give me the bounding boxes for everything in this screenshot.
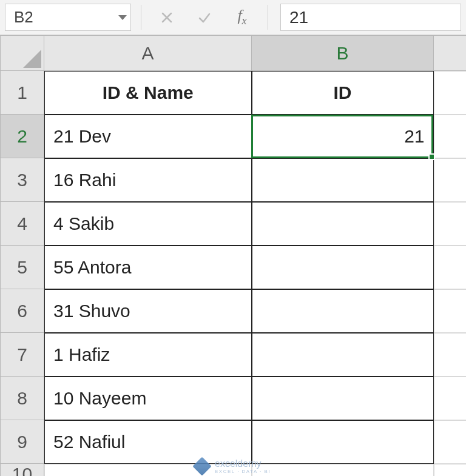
cell-a5[interactable]: 55 Antora [44, 246, 252, 289]
cell-b4[interactable] [252, 202, 434, 246]
cell-a5-value: 55 Antora [44, 246, 252, 289]
row-header-4[interactable]: 4 [1, 202, 44, 246]
dropdown-icon[interactable] [118, 15, 127, 20]
row-header-9[interactable]: 9 [1, 420, 44, 464]
cell-b8-value [252, 377, 434, 420]
cell-a9[interactable]: 52 Nafiul [44, 420, 252, 464]
check-icon [197, 10, 212, 25]
cell-c9[interactable] [434, 420, 467, 464]
cell-a2-value: 21 Dev [44, 115, 252, 158]
cell-a7[interactable]: 1 Hafiz [44, 333, 252, 377]
row-header-3[interactable]: 3 [1, 158, 44, 202]
cell-a4[interactable]: 4 Sakib [44, 202, 252, 246]
cell-a8[interactable]: 10 Nayeem [44, 377, 252, 420]
formula-bar: B2 fx 21 [0, 0, 466, 35]
column-header-b[interactable]: B [252, 36, 434, 71]
cell-a9-value: 52 Nafiul [44, 420, 252, 464]
cell-c6[interactable] [434, 289, 467, 333]
cell-b9-value [252, 420, 434, 464]
cell-c4[interactable] [434, 202, 467, 246]
row-header-5[interactable]: 5 [1, 246, 44, 289]
cancel-button[interactable] [151, 4, 183, 31]
cell-c1[interactable] [434, 71, 467, 115]
cell-c5[interactable] [434, 246, 467, 289]
cell-b6-value [252, 289, 434, 333]
cell-b6[interactable] [252, 289, 434, 333]
row-header-10[interactable]: 10 [1, 464, 44, 477]
name-box-value: B2 [14, 8, 33, 27]
row-header-6[interactable]: 6 [1, 289, 44, 333]
cell-b1[interactable]: ID [252, 71, 434, 115]
triangle-icon [23, 50, 41, 68]
enter-button[interactable] [189, 4, 220, 31]
cell-a6[interactable]: 31 Shuvo [44, 289, 252, 333]
cell-b4-value [252, 202, 434, 246]
cell-c8[interactable] [434, 377, 467, 420]
column-header-c[interactable] [434, 36, 467, 71]
cell-b9[interactable] [252, 420, 434, 464]
select-all-corner[interactable] [1, 36, 44, 71]
cell-a1-value: ID & Name [44, 71, 252, 115]
cell-c10[interactable] [434, 464, 467, 477]
cell-a8-value: 10 Nayeem [44, 377, 252, 420]
row-header-2[interactable]: 2 [1, 115, 44, 158]
cell-c2[interactable] [434, 115, 467, 158]
cell-b10[interactable] [252, 464, 434, 477]
cell-a4-value: 4 Sakib [44, 202, 252, 246]
cell-a6-value: 31 Shuvo [44, 289, 252, 333]
cell-b3[interactable] [252, 158, 434, 202]
divider [268, 5, 268, 30]
name-box[interactable]: B2 [5, 4, 131, 31]
cell-b1-value: ID [252, 71, 434, 115]
cell-b5[interactable] [252, 246, 434, 289]
row-header-1[interactable]: 1 [1, 71, 44, 115]
row-header-8[interactable]: 8 [1, 377, 44, 420]
cell-b2[interactable]: 21 [252, 115, 434, 158]
cell-a3[interactable]: 16 Rahi [44, 158, 252, 202]
grid[interactable]: A B 1 ID & Name ID 2 21 Dev 21 3 16 Rahi… [0, 35, 466, 476]
cell-b3-value [252, 158, 434, 202]
cell-a1[interactable]: ID & Name [44, 71, 252, 115]
insert-function-button[interactable]: fx [226, 4, 258, 31]
cell-a7-value: 1 Hafiz [44, 333, 252, 377]
cell-b2-value: 21 [252, 115, 434, 158]
cell-c3[interactable] [434, 158, 467, 202]
cell-a10[interactable] [44, 464, 252, 477]
cell-a2[interactable]: 21 Dev [44, 115, 252, 158]
formula-input[interactable]: 21 [280, 4, 461, 31]
divider [141, 5, 141, 30]
row-header-7[interactable]: 7 [1, 333, 44, 377]
cell-c7[interactable] [434, 333, 467, 377]
fx-icon: fx [237, 7, 246, 27]
cell-b7[interactable] [252, 333, 434, 377]
column-header-a[interactable]: A [44, 36, 252, 71]
cell-b8[interactable] [252, 377, 434, 420]
spreadsheet: A B 1 ID & Name ID 2 21 Dev 21 3 16 Rahi… [0, 35, 466, 476]
cell-b5-value [252, 246, 434, 289]
x-icon [160, 10, 174, 25]
cell-b7-value [252, 333, 434, 377]
cell-a3-value: 16 Rahi [44, 158, 252, 202]
